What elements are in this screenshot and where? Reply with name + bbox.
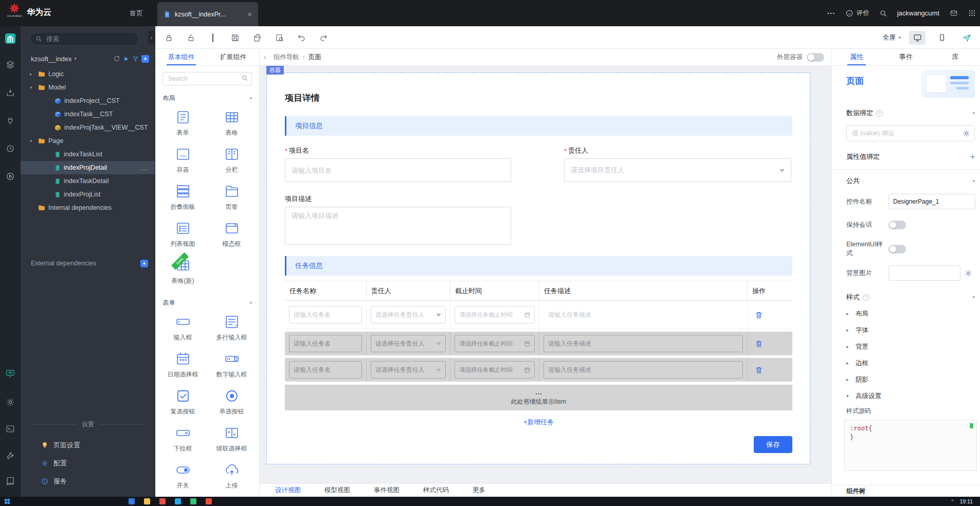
external-dependencies-row[interactable]: External dependencies + xyxy=(21,256,155,270)
palette-search-input[interactable] xyxy=(162,72,252,85)
tab-model-view[interactable]: 模型视图 xyxy=(324,486,350,495)
palette-item-table[interactable]: 表格 xyxy=(207,105,256,142)
component-tree-bar[interactable]: 组件树 xyxy=(832,485,980,497)
palette-item-tabs[interactable]: 页签 xyxy=(207,179,256,216)
taskbar-app-icon[interactable] xyxy=(190,498,196,504)
redo-icon[interactable] xyxy=(316,30,331,45)
property-value-binding-row[interactable]: 属性值绑定 + xyxy=(846,152,975,162)
palette-item-columns[interactable]: 分栏 xyxy=(207,142,256,179)
close-tab-icon[interactable]: × xyxy=(247,10,252,18)
start-button[interactable] xyxy=(4,498,10,504)
tray-expand-icon[interactable]: ^ xyxy=(951,499,953,504)
filter-icon[interactable] xyxy=(132,56,139,62)
docs-icon[interactable] xyxy=(6,477,15,486)
style-group-font[interactable]: ▸字体 xyxy=(846,322,975,338)
design-canvas[interactable]: 容器 项目详情 项目信息 *项目名 *责任人 请选择项目责任人 xyxy=(260,66,831,483)
add-external-dependency-button[interactable]: + xyxy=(140,260,148,267)
explorer-search[interactable] xyxy=(30,32,139,46)
task-owner-select[interactable]: 请选择任务责任人 xyxy=(371,361,446,378)
tab-properties[interactable]: 属性 xyxy=(832,49,881,65)
sidebar-item-internal-dependencies[interactable]: Internal dependencies xyxy=(21,201,155,214)
text-cursor-icon[interactable] xyxy=(206,30,220,45)
sidebar-item-indexprojdetail[interactable]: indexProjDetail … xyxy=(21,161,155,174)
project-name-input[interactable] xyxy=(285,158,511,182)
item-more-icon[interactable]: … xyxy=(141,164,148,172)
username[interactable]: jackwangcumt xyxy=(897,9,939,17)
add-icon[interactable]: + xyxy=(141,55,149,63)
config-item[interactable]: 配置 xyxy=(21,454,155,472)
breadcrumb-root[interactable]: 组件导航 xyxy=(274,53,299,62)
taskbar-app-icon[interactable] xyxy=(175,498,181,504)
sidebar-item-indexprojlist[interactable]: indexProjList xyxy=(21,188,155,201)
fullscreen-button[interactable]: 全屏 ▾ xyxy=(882,33,901,42)
section-layout[interactable]: 布局 ▾ xyxy=(155,93,259,104)
task-name-input[interactable] xyxy=(289,306,362,323)
delete-task-icon[interactable] xyxy=(755,339,763,348)
save-all-icon[interactable] xyxy=(250,30,264,45)
chevron-down-icon[interactable]: ▾ xyxy=(75,56,77,61)
task-owner-select[interactable]: 请选择任务责任人 xyxy=(371,335,446,352)
task-desc-input[interactable] xyxy=(543,306,743,323)
taskbar-app-icon[interactable] xyxy=(159,498,166,504)
monitor-pulse-icon[interactable] xyxy=(6,369,15,378)
elementui-toggle[interactable] xyxy=(888,245,906,254)
home-link[interactable]: 首页 xyxy=(130,9,143,18)
style-group-shadow[interactable]: ▸阴影 xyxy=(846,371,975,388)
sidebar-item-model[interactable]: ▾ Model xyxy=(21,81,155,94)
project-name[interactable]: kzsoft__index xyxy=(31,55,72,63)
outer-container-toggle[interactable] xyxy=(807,53,824,62)
task-info-section-header[interactable]: 任务信息 xyxy=(285,256,792,276)
page-settings-item[interactable]: 页面设置 xyxy=(21,436,155,454)
palette-item-list-view[interactable]: 列表视图 xyxy=(158,216,207,253)
palette-item-switch[interactable]: 开关 xyxy=(158,458,207,495)
sidebar-item-indextaskdetail[interactable]: indexTaskDetail xyxy=(21,174,155,188)
task-deadline-picker[interactable]: 请选择任务截止时间 xyxy=(455,306,535,323)
clock[interactable]: 19:11 xyxy=(960,498,973,504)
taskbar-app-icon[interactable] xyxy=(144,498,150,504)
palette-item-form[interactable]: 表单 xyxy=(158,105,207,142)
task-name-input[interactable]: 请输入任务名 xyxy=(289,335,362,352)
caret-right-icon[interactable]: ▸ xyxy=(30,71,35,77)
search-icon[interactable] xyxy=(879,9,887,17)
bg-image-input[interactable] xyxy=(888,265,960,281)
studio-logo-icon[interactable] xyxy=(5,33,16,44)
sidebar-item-page[interactable]: ▾ Page xyxy=(21,134,155,148)
sidebar-item-indexprojtask-view-cst[interactable]: indexProjTask__VIEW__CST xyxy=(21,121,155,134)
tab-events[interactable]: 事件 xyxy=(881,49,931,65)
undo-icon[interactable] xyxy=(294,30,308,45)
delete-task-icon[interactable] xyxy=(755,366,763,374)
palette-item-radio[interactable]: 单选按钮 xyxy=(207,384,256,421)
tab-basic-components[interactable]: 基本组件 xyxy=(155,49,207,65)
unlock-icon[interactable] xyxy=(184,30,198,45)
page-container[interactable]: 容器 项目详情 项目信息 *项目名 *责任人 请选择项目责任人 xyxy=(266,73,810,464)
gear-icon[interactable] xyxy=(965,269,972,277)
style-section[interactable]: 样式 ? ▾ xyxy=(846,292,975,302)
more-menu-icon[interactable] xyxy=(826,9,836,18)
project-info-section-header[interactable]: 项目信息 xyxy=(285,116,792,136)
style-source-editor[interactable]: :root{ } xyxy=(844,420,977,471)
connector-icon[interactable] xyxy=(6,116,15,125)
sidebar-item-logic[interactable]: ▸ Logic xyxy=(21,67,155,81)
palette-item-checkbox[interactable]: 复选按钮 xyxy=(158,384,207,421)
save-icon[interactable] xyxy=(228,30,242,45)
palette-item-table-new[interactable]: beta 表格(新) xyxy=(158,253,207,290)
layers-icon[interactable] xyxy=(6,60,15,69)
gear-icon[interactable] xyxy=(963,130,970,137)
section-form[interactable]: 表单 ▾ xyxy=(155,297,259,309)
sidebar-item-indexproject-cst[interactable]: indexProject__CST xyxy=(21,94,155,107)
data-binding-section[interactable]: 数据绑定 ? ▾ xyxy=(846,108,975,118)
style-group-background[interactable]: ▸背景 xyxy=(846,338,975,355)
palette-item-select[interactable]: 下拉框 xyxy=(158,421,207,458)
owner-select[interactable]: 请选择项目责任人 xyxy=(564,158,791,182)
caret-down-icon[interactable]: ▾ xyxy=(30,138,35,143)
help-icon[interactable]: ? xyxy=(863,294,869,301)
palette-item-upload[interactable]: 上传 xyxy=(207,458,256,495)
debug-icon[interactable] xyxy=(6,172,15,181)
history-icon[interactable] xyxy=(6,144,15,153)
tab-event-view[interactable]: 事件视图 xyxy=(374,486,400,495)
add-task-link[interactable]: +新增任务 xyxy=(285,418,792,427)
desktop-view-button[interactable] xyxy=(909,31,925,45)
caret-down-icon[interactable]: ▾ xyxy=(30,85,35,90)
feedback-button[interactable]: 评价 xyxy=(845,9,869,17)
help-icon[interactable]: ? xyxy=(876,110,883,117)
